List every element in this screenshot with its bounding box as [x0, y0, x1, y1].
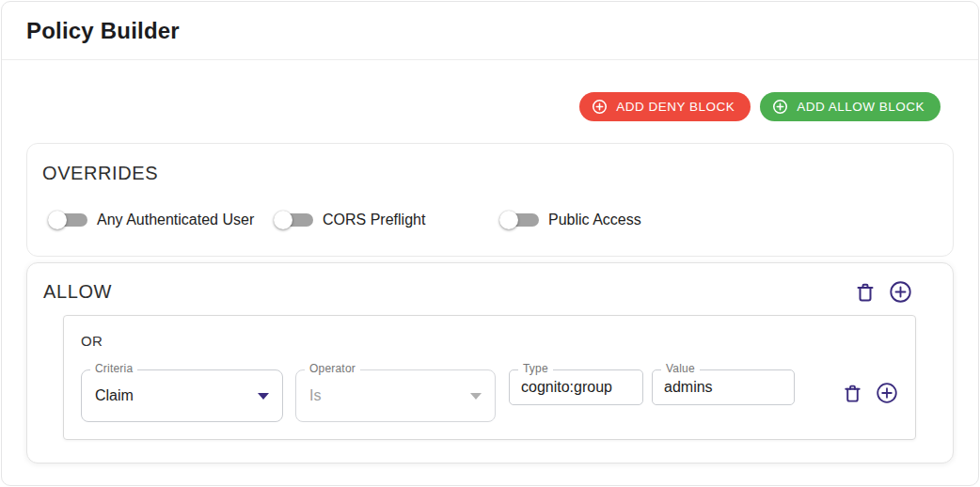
group-operator-label: OR	[81, 333, 898, 349]
overrides-toggles-row: Any Authenticated User CORS Preflight Pu…	[48, 209, 938, 231]
delete-rule-button[interactable]	[842, 383, 863, 404]
panel-content: ADD DENY BLOCK ADD ALLOW BLOCK OVERRIDES	[2, 92, 978, 463]
panel-header: Policy Builder	[2, 2, 978, 60]
toggle-cors-preflight: CORS Preflight	[274, 209, 499, 231]
operator-select-value: Is	[309, 387, 321, 404]
delete-block-button[interactable]	[854, 281, 877, 304]
rule-actions	[842, 382, 898, 404]
value-field-label: Value	[661, 362, 700, 375]
switch-thumb	[274, 211, 292, 229]
switch-thumb	[48, 211, 67, 229]
page-title: Policy Builder	[26, 18, 180, 44]
value-field: Value	[652, 369, 795, 405]
allow-block-section: ALLOW	[26, 262, 954, 463]
type-field-label: Type	[518, 362, 553, 375]
add-rule-button[interactable]	[876, 382, 898, 404]
operator-select-label: Operator	[305, 362, 360, 375]
actions-row: ADD DENY BLOCK ADD ALLOW BLOCK	[26, 92, 954, 121]
toggle-switch[interactable]	[48, 209, 87, 231]
toggle-any-authenticated-user: Any Authenticated User	[48, 209, 274, 231]
rule-group-card: OR Criteria Claim Operator Is Type	[63, 315, 916, 440]
policy-builder-panel: Policy Builder ADD DENY BLOCK	[1, 1, 979, 486]
value-input[interactable]	[653, 370, 794, 404]
overrides-section: OVERRIDES Any Authenticated User CORS Pr…	[26, 143, 954, 257]
type-field: Type	[509, 369, 643, 405]
dropdown-caret-icon	[470, 393, 482, 400]
type-input[interactable]	[510, 370, 642, 404]
plus-circle-icon	[876, 393, 898, 407]
plus-circle-icon	[889, 292, 912, 306]
allow-block-title: ALLOW	[43, 281, 112, 303]
trash-icon	[854, 292, 877, 306]
toggle-label: CORS Preflight	[323, 212, 425, 228]
toggle-label: Any Authenticated User	[97, 212, 254, 228]
add-deny-block-label: ADD DENY BLOCK	[616, 100, 735, 114]
plus-circle-icon	[772, 99, 788, 115]
add-group-button[interactable]	[889, 280, 912, 304]
rule-row: Criteria Claim Operator Is Type	[81, 369, 898, 422]
allow-block-actions	[854, 280, 912, 304]
criteria-select[interactable]: Criteria Claim	[81, 369, 283, 422]
operator-select[interactable]: Operator Is	[295, 369, 496, 422]
plus-circle-icon	[592, 99, 608, 115]
toggle-switch[interactable]	[274, 209, 313, 231]
toggle-switch[interactable]	[499, 209, 539, 231]
toggle-label: Public Access	[548, 212, 641, 228]
add-deny-block-button[interactable]: ADD DENY BLOCK	[579, 92, 751, 121]
criteria-select-label: Criteria	[90, 362, 137, 375]
toggle-public-access: Public Access	[499, 209, 725, 231]
allow-block-header: ALLOW	[42, 278, 938, 304]
add-allow-block-button[interactable]: ADD ALLOW BLOCK	[760, 92, 940, 121]
add-allow-block-label: ADD ALLOW BLOCK	[797, 100, 925, 114]
overrides-title: OVERRIDES	[42, 163, 938, 184]
dropdown-caret-icon	[258, 393, 269, 400]
criteria-select-value: Claim	[95, 387, 134, 404]
switch-thumb	[499, 211, 518, 229]
trash-icon	[842, 393, 863, 407]
